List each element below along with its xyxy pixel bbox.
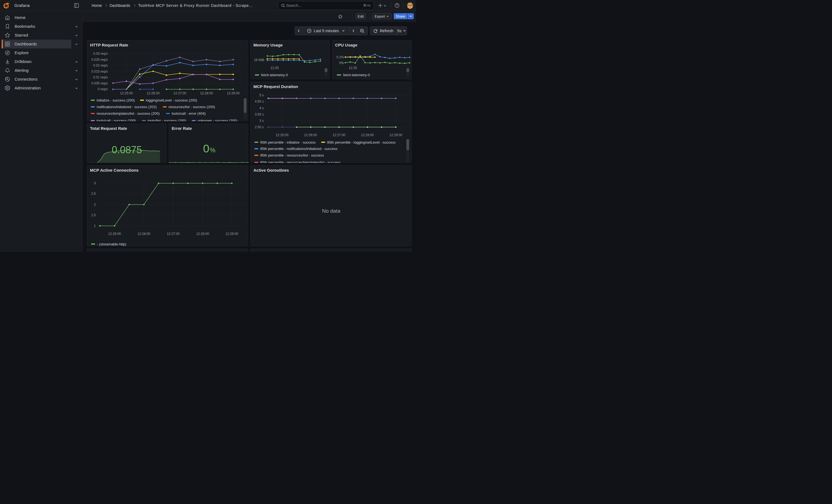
svg-text:2: 2 bbox=[94, 203, 96, 207]
svg-text:0.025 req/s: 0.025 req/s bbox=[92, 58, 108, 62]
svg-text:2.50 s: 2.50 s bbox=[255, 125, 264, 129]
svg-text:12:28:00: 12:28:00 bbox=[200, 91, 213, 95]
svg-text:0.03 req/s: 0.03 req/s bbox=[93, 52, 108, 56]
svg-text:16 MiB: 16 MiB bbox=[254, 58, 264, 62]
svg-text:fetch-telemetry-0: fetch-telemetry-0 bbox=[261, 73, 288, 77]
svg-text:0.02 req/s: 0.02 req/s bbox=[93, 63, 108, 68]
svg-text:5 s: 5 s bbox=[259, 93, 264, 97]
svg-text:3.50 s: 3.50 s bbox=[255, 112, 264, 116]
svg-text:12:25:00: 12:25:00 bbox=[108, 232, 121, 236]
svg-text:logging/setLevel - success (20: logging/setLevel - success (200) bbox=[146, 98, 197, 102]
svg-text:12:27:00: 12:27:00 bbox=[167, 232, 180, 236]
svg-text:12:25:00: 12:25:00 bbox=[276, 133, 289, 137]
svg-text:95th percentile - notification: 95th percentile - notifications/initiali… bbox=[260, 147, 338, 151]
svg-text:tools/call - success (200): tools/call - success (200) bbox=[97, 118, 136, 121]
svg-text:0.015 req/s: 0.015 req/s bbox=[92, 70, 108, 74]
svg-text:4 s: 4 s bbox=[259, 106, 264, 110]
svg-text:initialize - success (200): initialize - success (200) bbox=[97, 98, 135, 102]
svg-text:1.5: 1.5 bbox=[91, 213, 96, 217]
svg-text:95th percentile - initialize -: 95th percentile - initialize - success bbox=[260, 140, 316, 144]
svg-text:12:28:00: 12:28:00 bbox=[196, 232, 209, 236]
svg-text:12:25:00: 12:25:00 bbox=[120, 91, 133, 95]
svg-text:tools/list - success (200): tools/list - success (200) bbox=[148, 118, 186, 121]
svg-text:4.50 s: 4.50 s bbox=[255, 100, 264, 103]
svg-text:95th percentile - logging/setL: 95th percentile - logging/setLevel - suc… bbox=[327, 140, 396, 144]
svg-text:12:27:00: 12:27:00 bbox=[173, 91, 186, 95]
svg-text:12:26:00: 12:26:00 bbox=[137, 232, 151, 236]
svg-text:12:27:00: 12:27:00 bbox=[333, 133, 345, 137]
svg-text:12:29:00: 12:29:00 bbox=[389, 133, 402, 137]
svg-text:0.2%: 0.2% bbox=[337, 55, 344, 59]
svg-text:12:29:00: 12:29:00 bbox=[227, 91, 240, 95]
svg-text:12:25: 12:25 bbox=[270, 66, 279, 70]
svg-text:3: 3 bbox=[94, 181, 96, 185]
svg-text:0: 0 bbox=[203, 142, 209, 155]
svg-text:12:25: 12:25 bbox=[348, 66, 357, 70]
svg-text:12:26:00: 12:26:00 bbox=[304, 133, 317, 137]
svg-text:1: 1 bbox=[94, 224, 96, 228]
svg-text:tools/call - error (404): tools/call - error (404) bbox=[172, 111, 206, 115]
svg-text:95th percentile - resources/li: 95th percentile - resources/list - succe… bbox=[260, 153, 324, 157]
svg-text:12:29:00: 12:29:00 bbox=[225, 232, 238, 236]
svg-text:0.0875: 0.0875 bbox=[112, 144, 142, 155]
svg-text:12:26:00: 12:26:00 bbox=[147, 91, 160, 95]
svg-text:0.005 req/s: 0.005 req/s bbox=[92, 81, 108, 85]
svg-text:unknown - success (200): unknown - success (200) bbox=[198, 118, 237, 121]
svg-text:%: % bbox=[210, 147, 215, 154]
svg-text:2.5: 2.5 bbox=[91, 192, 96, 195]
svg-text:12:28:00: 12:28:00 bbox=[361, 133, 374, 137]
svg-text:resources/templates/list - suc: resources/templates/list - success (200) bbox=[97, 111, 160, 115]
svg-text:0 req/s: 0 req/s bbox=[98, 87, 108, 91]
svg-text:3 s: 3 s bbox=[259, 119, 264, 123]
svg-text:notifications/initialized - su: notifications/initialized - success (202… bbox=[97, 105, 157, 109]
svg-text:- (streamable-http): - (streamable-http) bbox=[97, 242, 126, 246]
svg-text:fetch-telemetry-0: fetch-telemetry-0 bbox=[343, 73, 370, 77]
svg-text:0.01 req/s: 0.01 req/s bbox=[93, 75, 108, 79]
svg-text:resources/list - success (200): resources/list - success (200) bbox=[168, 105, 215, 109]
svg-text:95th percentile - resources/te: 95th percentile - resources/templates/li… bbox=[260, 160, 341, 163]
svg-text:0%: 0% bbox=[339, 61, 344, 65]
